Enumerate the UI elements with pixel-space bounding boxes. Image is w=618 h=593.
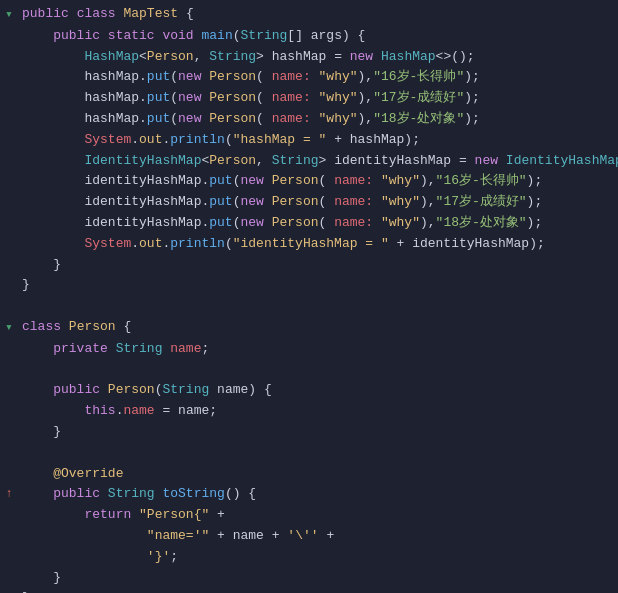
gutter-18 xyxy=(0,360,18,361)
code-line-29: } xyxy=(0,588,618,593)
gutter-26 xyxy=(0,526,18,527)
line-content-21: } xyxy=(18,422,618,443)
code-line-20: this.name = name; xyxy=(0,401,618,422)
line-content-8: IdentityHashMap<Person, String> identity… xyxy=(18,151,618,172)
gutter-15 xyxy=(0,296,18,297)
code-line-22 xyxy=(0,443,618,464)
gutter-5 xyxy=(0,88,18,89)
line-content-18 xyxy=(18,360,618,381)
line-content-17: private String name; xyxy=(18,339,618,360)
gutter-6 xyxy=(0,109,18,110)
line-content-14: } xyxy=(18,275,618,296)
line-content-11: identityHashMap.put(new Person( name: "w… xyxy=(18,213,618,234)
code-line-26: "name='" + name + '\'' + xyxy=(0,526,618,547)
code-line-5: hashMap.put(new Person( name: "why"),"17… xyxy=(0,88,618,109)
line-content-22 xyxy=(18,443,618,464)
line-content-13: } xyxy=(18,255,618,276)
gutter-7 xyxy=(0,130,18,131)
gutter-24: ↑ xyxy=(0,484,18,504)
code-line-4: hashMap.put(new Person( name: "why"),"16… xyxy=(0,67,618,88)
line-content-15 xyxy=(18,296,618,317)
line-content-5: hashMap.put(new Person( name: "why"),"17… xyxy=(18,88,618,109)
gutter-23 xyxy=(0,464,18,465)
gutter-1: ▾ xyxy=(0,4,18,26)
gutter-29 xyxy=(0,588,18,589)
code-line-15 xyxy=(0,296,618,317)
line-content-24: public String toString() { xyxy=(18,484,618,505)
gutter-16: ▾ xyxy=(0,317,18,339)
code-line-27: '}'; xyxy=(0,547,618,568)
gutter-19 xyxy=(0,380,18,381)
gutter-2 xyxy=(0,26,18,27)
code-line-7: System.out.println("hashMap = " + hashMa… xyxy=(0,130,618,151)
code-line-28: } xyxy=(0,568,618,589)
code-line-19: public Person(String name) { xyxy=(0,380,618,401)
line-content-25: return "Person{" + xyxy=(18,505,618,526)
code-line-23: @Override xyxy=(0,464,618,485)
gutter-28 xyxy=(0,568,18,569)
code-line-13: } xyxy=(0,255,618,276)
gutter-9 xyxy=(0,171,18,172)
gutter-22 xyxy=(0,443,18,444)
code-line-12: System.out.println("identityHashMap = " … xyxy=(0,234,618,255)
gutter-20 xyxy=(0,401,18,402)
gutter-10 xyxy=(0,192,18,193)
code-line-17: private String name; xyxy=(0,339,618,360)
code-line-10: identityHashMap.put(new Person( name: "w… xyxy=(0,192,618,213)
gutter-11 xyxy=(0,213,18,214)
code-line-24: ↑ public String toString() { xyxy=(0,484,618,505)
gutter-8 xyxy=(0,151,18,152)
line-content-12: System.out.println("identityHashMap = " … xyxy=(18,234,618,255)
code-line-8: IdentityHashMap<Person, String> identity… xyxy=(0,151,618,172)
line-content-3: HashMap<Person, String> hashMap = new Ha… xyxy=(18,47,618,68)
gutter-4 xyxy=(0,67,18,68)
code-line-18 xyxy=(0,360,618,381)
code-line-14: } xyxy=(0,275,618,296)
line-content-20: this.name = name; xyxy=(18,401,618,422)
code-line-2: public static void main(String[] args) { xyxy=(0,26,618,47)
line-content-23: @Override xyxy=(18,464,618,485)
gutter-21 xyxy=(0,422,18,423)
line-content-2: public static void main(String[] args) { xyxy=(18,26,618,47)
gutter-14 xyxy=(0,275,18,276)
code-line-25: return "Person{" + xyxy=(0,505,618,526)
code-line-1: ▾ public class MapTest { xyxy=(0,4,618,26)
line-content-16: class Person { xyxy=(18,317,618,338)
code-line-3: HashMap<Person, String> hashMap = new Ha… xyxy=(0,47,618,68)
line-content-26: "name='" + name + '\'' + xyxy=(18,526,618,547)
line-content-9: identityHashMap.put(new Person( name: "w… xyxy=(18,171,618,192)
line-content-1: public class MapTest { xyxy=(18,4,618,25)
line-content-10: identityHashMap.put(new Person( name: "w… xyxy=(18,192,618,213)
line-content-6: hashMap.put(new Person( name: "why"),"18… xyxy=(18,109,618,130)
line-content-19: public Person(String name) { xyxy=(18,380,618,401)
gutter-27 xyxy=(0,547,18,548)
code-line-9: identityHashMap.put(new Person( name: "w… xyxy=(0,171,618,192)
gutter-12 xyxy=(0,234,18,235)
code-editor: ▾ public class MapTest { public static v… xyxy=(0,0,618,593)
code-line-21: } xyxy=(0,422,618,443)
gutter-25 xyxy=(0,505,18,506)
gutter-17 xyxy=(0,339,18,340)
gutter-3 xyxy=(0,47,18,48)
code-line-6: hashMap.put(new Person( name: "why"),"18… xyxy=(0,109,618,130)
gutter-13 xyxy=(0,255,18,256)
code-line-16: ▾ class Person { xyxy=(0,317,618,339)
line-content-27: '}'; xyxy=(18,547,618,568)
line-content-7: System.out.println("hashMap = " + hashMa… xyxy=(18,130,618,151)
line-content-28: } xyxy=(18,568,618,589)
code-line-11: identityHashMap.put(new Person( name: "w… xyxy=(0,213,618,234)
line-content-4: hashMap.put(new Person( name: "why"),"16… xyxy=(18,67,618,88)
line-content-29: } xyxy=(18,588,618,593)
